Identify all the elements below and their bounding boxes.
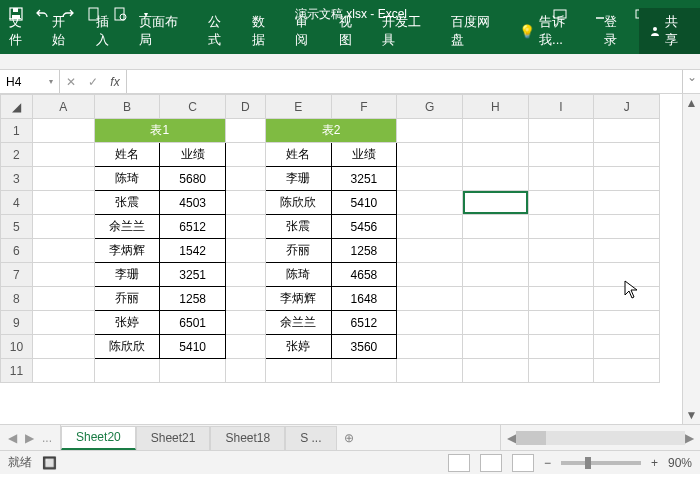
tab-view[interactable]: 视图 xyxy=(330,8,373,54)
cell[interactable]: 乔丽 xyxy=(94,287,160,311)
cell[interactable]: 李炳辉 xyxy=(265,287,331,311)
cell[interactable]: 李珊 xyxy=(265,167,331,191)
cell[interactable]: 1542 xyxy=(160,239,226,263)
cell[interactable]: 陈琦 xyxy=(94,167,160,191)
row[interactable]: 8 乔丽 1258 李炳辉 1648 xyxy=(1,287,660,311)
row-header[interactable]: 10 xyxy=(1,335,33,359)
tab-file[interactable]: 文件 xyxy=(0,8,43,54)
chevron-down-icon[interactable]: ▾ xyxy=(49,77,53,86)
view-normal-icon[interactable] xyxy=(448,454,470,472)
cell[interactable]: 张婷 xyxy=(94,311,160,335)
zoom-in-icon[interactable]: + xyxy=(651,456,658,470)
tellme[interactable]: 💡告诉我... xyxy=(511,8,595,54)
cell[interactable]: 3560 xyxy=(331,335,397,359)
macro-record-icon[interactable]: 🔲 xyxy=(42,456,57,470)
sheet-tab[interactable]: Sheet21 xyxy=(136,426,211,450)
tab-home[interactable]: 开始 xyxy=(43,8,86,54)
col-header[interactable]: H xyxy=(462,95,528,119)
sheet-nav-prev-icon[interactable]: ◀ xyxy=(4,431,21,445)
tab-formulas[interactable]: 公式 xyxy=(199,8,242,54)
cell[interactable]: 6501 xyxy=(160,311,226,335)
tab-insert[interactable]: 插入 xyxy=(87,8,130,54)
name-box[interactable]: H4 ▾ xyxy=(0,70,60,93)
row[interactable]: 4 张震 4503 陈欣欣 5410 xyxy=(1,191,660,215)
row-header[interactable]: 7 xyxy=(1,263,33,287)
col-header[interactable]: B xyxy=(94,95,160,119)
view-page-break-icon[interactable] xyxy=(512,454,534,472)
cell[interactable]: 5410 xyxy=(160,335,226,359)
spreadsheet-grid[interactable]: ◢ A B C D E F G H I J 1 表1 表2 2 姓名 业绩 姓名… xyxy=(0,94,682,424)
row[interactable]: 7 李珊 3251 陈琦 4658 xyxy=(1,263,660,287)
row[interactable]: 3 陈琦 5680 李珊 3251 xyxy=(1,167,660,191)
scroll-up-icon[interactable]: ▲ xyxy=(683,94,700,112)
cell[interactable]: 张震 xyxy=(265,215,331,239)
sheet-nav-menu-icon[interactable]: ... xyxy=(38,431,56,445)
login-button[interactable]: 登录 xyxy=(595,8,638,54)
sheet-tab[interactable]: Sheet20 xyxy=(61,426,136,450)
row[interactable]: 11 xyxy=(1,359,660,383)
tab-data[interactable]: 数据 xyxy=(243,8,286,54)
col-header[interactable]: C xyxy=(160,95,226,119)
select-all[interactable]: ◢ xyxy=(1,95,33,119)
row[interactable]: 2 姓名 业绩 姓名 业绩 xyxy=(1,143,660,167)
cell[interactable]: 3251 xyxy=(331,167,397,191)
cell[interactable]: 6512 xyxy=(331,311,397,335)
confirm-formula-icon[interactable]: ✓ xyxy=(82,75,104,89)
row-header[interactable]: 11 xyxy=(1,359,33,383)
cell[interactable]: 5410 xyxy=(331,191,397,215)
cell[interactable]: 陈欣欣 xyxy=(94,335,160,359)
row-header[interactable]: 2 xyxy=(1,143,33,167)
formula-expand-icon[interactable]: ⌄ xyxy=(682,70,700,93)
add-sheet-icon[interactable]: ⊕ xyxy=(337,431,361,445)
cell[interactable]: 陈琦 xyxy=(265,263,331,287)
cell[interactable]: 张婷 xyxy=(265,335,331,359)
cell[interactable]: 张震 xyxy=(94,191,160,215)
scroll-down-icon[interactable]: ▼ xyxy=(683,406,700,424)
scroll-left-icon[interactable]: ◀ xyxy=(507,431,516,445)
column-headers[interactable]: ◢ A B C D E F G H I J xyxy=(1,95,660,119)
cell[interactable]: 李炳辉 xyxy=(94,239,160,263)
vertical-scrollbar[interactable]: ▲ ▼ xyxy=(682,94,700,424)
col-header[interactable]: E xyxy=(265,95,331,119)
sheet-tab[interactable]: Sheet18 xyxy=(210,426,285,450)
cell[interactable]: 李珊 xyxy=(94,263,160,287)
cell[interactable]: 余兰兰 xyxy=(265,311,331,335)
row[interactable]: 1 表1 表2 xyxy=(1,119,660,143)
col-header[interactable]: I xyxy=(528,95,594,119)
fx-icon[interactable]: fx xyxy=(104,75,126,89)
row[interactable]: 6 李炳辉 1542 乔丽 1258 xyxy=(1,239,660,263)
cell[interactable]: 1258 xyxy=(331,239,397,263)
tab-review[interactable]: 审阅 xyxy=(286,8,329,54)
row-header[interactable]: 3 xyxy=(1,167,33,191)
cell[interactable]: 陈欣欣 xyxy=(265,191,331,215)
row[interactable]: 5 余兰兰 6512 张震 5456 xyxy=(1,215,660,239)
tab-developer[interactable]: 开发工具 xyxy=(373,8,442,54)
zoom-slider[interactable] xyxy=(561,461,641,465)
col-header[interactable]: A xyxy=(32,95,94,119)
cell[interactable]: 余兰兰 xyxy=(94,215,160,239)
scroll-right-icon[interactable]: ▶ xyxy=(685,431,694,445)
col-header[interactable]: J xyxy=(594,95,660,119)
row[interactable]: 9 张婷 6501 余兰兰 6512 xyxy=(1,311,660,335)
cell[interactable]: 4503 xyxy=(160,191,226,215)
cell[interactable]: 1258 xyxy=(160,287,226,311)
cell[interactable]: 6512 xyxy=(160,215,226,239)
cell[interactable]: 乔丽 xyxy=(265,239,331,263)
cell[interactable]: 1648 xyxy=(331,287,397,311)
active-cell[interactable] xyxy=(462,191,528,215)
zoom-out-icon[interactable]: − xyxy=(544,456,551,470)
cell[interactable]: 4658 xyxy=(331,263,397,287)
col-header[interactable]: D xyxy=(226,95,266,119)
horizontal-scrollbar[interactable] xyxy=(516,431,685,445)
col-header[interactable]: F xyxy=(331,95,397,119)
formula-bar[interactable] xyxy=(127,70,682,93)
row-header[interactable]: 1 xyxy=(1,119,33,143)
row-header[interactable]: 4 xyxy=(1,191,33,215)
cancel-formula-icon[interactable]: ✕ xyxy=(60,75,82,89)
cell[interactable]: 3251 xyxy=(160,263,226,287)
row-header[interactable]: 8 xyxy=(1,287,33,311)
tab-layout[interactable]: 页面布局 xyxy=(130,8,199,54)
tab-baidu[interactable]: 百度网盘 xyxy=(442,8,511,54)
cell[interactable]: 5456 xyxy=(331,215,397,239)
col-header[interactable]: G xyxy=(397,95,463,119)
